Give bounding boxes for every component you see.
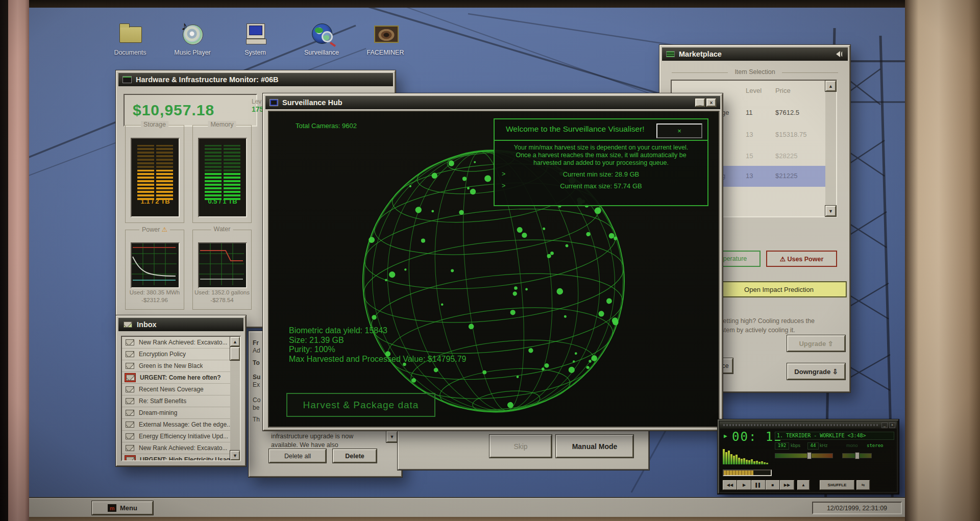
track-title-display: 1. TEKRIDER - WORKLIFE <3:48> bbox=[775, 432, 894, 440]
scrollbar[interactable]: ▲ ▼ bbox=[825, 81, 836, 216]
spectrum-bar bbox=[748, 460, 750, 464]
harvest-stats: Biometric data yield: 15843 Size: 21.39 … bbox=[289, 326, 466, 364]
mail-item-urgent[interactable]: URGENT: Come here often? bbox=[122, 372, 232, 384]
crt-monitor-photo: Documents ♪ Music Player System Surveill… bbox=[0, 0, 980, 521]
divider bbox=[782, 72, 838, 73]
stereo-indicator: stereo bbox=[867, 443, 884, 448]
player-titlebar[interactable]: _ × bbox=[720, 421, 897, 429]
close-button[interactable]: × bbox=[706, 98, 716, 107]
spectrum-bar bbox=[746, 460, 748, 464]
harvest-package-button[interactable]: Harvest & Package data bbox=[286, 393, 435, 417]
mail-item[interactable]: Dream-mining bbox=[122, 407, 232, 419]
desktop-icon-faceminer[interactable]: FACEMINER bbox=[362, 21, 409, 56]
desktop-icon-documents[interactable]: Documents bbox=[107, 21, 154, 56]
play-button[interactable]: ▶ bbox=[737, 480, 751, 490]
delete-button[interactable]: Delete bbox=[333, 449, 377, 463]
delete-all-button[interactable]: Delete all bbox=[269, 449, 326, 463]
hardware-titlebar[interactable]: Hardware & Infrastructure Monitor: #06B bbox=[118, 73, 393, 86]
previous-button[interactable]: ◀◀ bbox=[723, 480, 737, 490]
envelope-icon bbox=[125, 338, 135, 346]
monitor-bezel-left bbox=[8, 0, 29, 521]
shuffle-button[interactable]: SHUFFLE bbox=[820, 480, 854, 490]
water-used: Used: 1352.0 gallons bbox=[190, 289, 254, 295]
email-scroll-down-button[interactable]: ▼ bbox=[386, 431, 398, 442]
next-button[interactable]: ▶▶ bbox=[780, 480, 794, 490]
desktop-icon-surveillance[interactable]: Surveillance bbox=[298, 21, 345, 56]
spectrum-bar bbox=[723, 449, 725, 464]
storage-value: 1.1 / 2 TB bbox=[132, 197, 179, 205]
minimize-button[interactable]: _ bbox=[695, 98, 705, 107]
open-impact-prediction-button[interactable]: Open Impact Prediction bbox=[711, 281, 847, 297]
music-note-icon: ♪ bbox=[181, 19, 187, 33]
prompt-icon: > bbox=[502, 170, 505, 178]
icon-label: Music Player bbox=[169, 49, 216, 56]
stop-button[interactable]: ■ bbox=[766, 480, 780, 490]
speaker-icon[interactable] bbox=[836, 51, 844, 57]
scroll-up-button[interactable]: ▲ bbox=[230, 337, 240, 346]
player-minimize-button[interactable]: _ bbox=[881, 423, 888, 428]
menu-button[interactable]: m Menu bbox=[92, 501, 153, 515]
seek-bar[interactable] bbox=[723, 469, 772, 476]
mail-item[interactable]: Energy Efficiency Initiative Upd... bbox=[122, 431, 232, 442]
mail-item[interactable]: New Rank Achieved: Excavato... bbox=[122, 442, 232, 454]
envelope-icon bbox=[125, 409, 135, 417]
eject-button[interactable]: ▲ bbox=[797, 480, 810, 490]
marketplace-titlebar[interactable]: Marketplace bbox=[662, 47, 848, 61]
scroll-up-button[interactable]: ▲ bbox=[825, 81, 836, 91]
desktop-icon-system[interactable]: System bbox=[232, 21, 279, 56]
mail-item[interactable]: Green is the New Black bbox=[122, 360, 232, 372]
taskbar: m Menu 12/02/1999, 22:31:09 bbox=[29, 498, 905, 517]
scroll-down-button[interactable]: ▼ bbox=[825, 206, 836, 216]
manual-mode-button[interactable]: Manual Mode bbox=[556, 435, 633, 458]
repeat-button[interactable]: ⇆ bbox=[856, 480, 870, 490]
max-size: Current max size: 57.74 GB bbox=[560, 182, 642, 190]
memory-value: 0.5 / 1 TB bbox=[199, 197, 246, 205]
folder-icon bbox=[119, 27, 142, 43]
mail-item[interactable]: New Rank Achieved: Excavato... bbox=[122, 337, 232, 349]
computer-icon bbox=[247, 23, 265, 39]
dialog-close-button[interactable]: × bbox=[656, 123, 702, 138]
volume-slider[interactable] bbox=[775, 453, 833, 458]
balance-slider[interactable] bbox=[842, 453, 872, 458]
window-title: Surveillance Hub bbox=[282, 98, 342, 107]
mail-item[interactable]: External Message: Get the edge... bbox=[122, 419, 232, 431]
scroll-down-button[interactable]: ▼ bbox=[230, 451, 240, 460]
spectrum-bar bbox=[738, 458, 740, 464]
desktop-icon-music-player[interactable]: ♪ Music Player bbox=[169, 21, 216, 56]
skip-button[interactable]: Skip bbox=[489, 435, 552, 458]
mail-item[interactable]: Recent News Coverage bbox=[122, 384, 232, 395]
inbox-scrollbar[interactable]: ▲ ▼ bbox=[230, 337, 240, 460]
spectrum-bar bbox=[736, 455, 738, 464]
storage-meter: 1.1 / 2 TB bbox=[131, 138, 180, 217]
upgrade-button[interactable]: Upgrade ⇧ bbox=[787, 335, 845, 352]
bitrate-unit: kbps bbox=[791, 443, 800, 448]
power-card: Power ⚠ Used: 380.35 MWh -$2312.96 bbox=[125, 230, 184, 310]
icon-label: Documents bbox=[107, 49, 154, 56]
envelope-icon bbox=[125, 455, 136, 461]
water-card: Water Used: 1352.0 gallons -$278.54 bbox=[192, 230, 252, 310]
memory-meter: 0.5 / 1 TB bbox=[198, 138, 247, 217]
mail-item[interactable]: Encryption Policy bbox=[122, 349, 232, 360]
mail-item[interactable]: Re: Staff Benefits bbox=[122, 395, 232, 407]
player-close-button[interactable]: × bbox=[889, 423, 895, 428]
pause-button[interactable]: ▌▌ bbox=[751, 480, 766, 490]
inbox-titlebar[interactable]: Inbox bbox=[118, 318, 243, 331]
hub-screen: Total Cameras: 9602 Welcome to the Surve… bbox=[268, 111, 720, 428]
scroll-thumb[interactable] bbox=[230, 347, 240, 360]
hub-titlebar[interactable]: Surveillance Hub _ × bbox=[265, 96, 720, 109]
downgrade-button[interactable]: Downgrade ⇩ bbox=[787, 363, 845, 380]
stat-value: Max Harvested and Processed Value: $1479… bbox=[289, 355, 466, 364]
envelope-icon bbox=[125, 362, 135, 370]
spectrum-bar bbox=[758, 462, 761, 464]
spectrum-analyzer bbox=[723, 448, 772, 464]
inbox-window: Inbox New Rank Achieved: Excavato... Enc… bbox=[116, 315, 246, 466]
spectrum-bar bbox=[766, 463, 768, 464]
envelope-icon bbox=[125, 397, 135, 405]
window-title: Marketplace bbox=[679, 50, 722, 58]
window-title: Inbox bbox=[137, 320, 157, 329]
cd-icon: ♪ bbox=[183, 24, 203, 45]
mail-item-urgent[interactable]: URGENT: High Electricity Usage bbox=[122, 454, 232, 461]
envelope-icon bbox=[125, 350, 135, 358]
monitor-bezel-right bbox=[905, 0, 980, 521]
email-field-labels: Fr Ad To Su Ex Co be Th bbox=[253, 339, 260, 424]
